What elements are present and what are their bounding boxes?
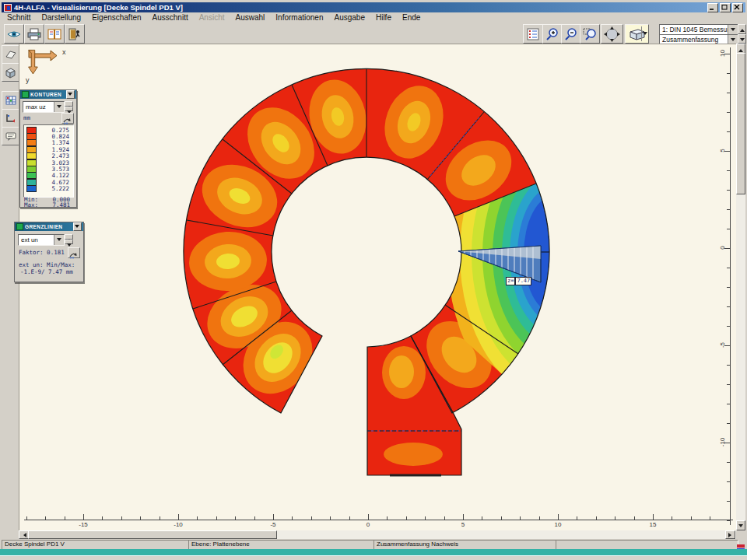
konturen-titlebar[interactable]: KONTUREN [20, 90, 76, 99]
x-tick-label: 0 [366, 521, 370, 528]
x-tick [539, 516, 540, 520]
y-tick-label: -5 [719, 335, 726, 355]
scroll-down-button[interactable] [736, 520, 745, 530]
y-axis-label: y [26, 76, 30, 84]
apply-scale-button[interactable] [61, 113, 74, 124]
x-tick [463, 514, 464, 520]
y-tick [727, 93, 730, 93]
minimize-button[interactable] [707, 3, 718, 12]
scroll-right-button[interactable] [725, 530, 735, 539]
apply-faktor-button[interactable] [68, 247, 80, 258]
horizontal-scrollbar[interactable] [19, 530, 736, 539]
grenzlinien-info2: -1.E-9/ 7.47 mm [20, 268, 73, 275]
menu-item-ausschnitt[interactable]: Ausschnitt [147, 13, 194, 22]
scale-max-value: 7.481 [38, 201, 72, 208]
grenzlinien-combo[interactable]: ext un [18, 234, 65, 246]
panel-menu-button[interactable] [66, 90, 75, 99]
result-spinner[interactable] [738, 24, 746, 44]
marker-value: 7.47 [515, 277, 531, 285]
pan-control[interactable] [601, 24, 623, 44]
eye-icon [6, 28, 22, 40]
view-button[interactable] [4, 24, 24, 44]
menu-bar: SchnittDarstellungEigenschaftenAusschnit… [2, 12, 745, 23]
x-tick [197, 516, 198, 520]
x-tick [83, 514, 84, 520]
vertical-scrollbar[interactable] [736, 44, 745, 530]
x-tick [596, 516, 597, 520]
menu-item-darstellung[interactable]: Darstellung [37, 13, 87, 22]
view-3d-button[interactable] [625, 24, 649, 44]
y-tick [727, 501, 730, 502]
menu-item-auswahl[interactable]: Auswahl [230, 13, 271, 22]
menu-item-schnitt[interactable]: Schnitt [2, 13, 37, 22]
y-tick [727, 209, 730, 210]
menu-item-eigenschaften[interactable]: Eigenschaften [86, 13, 146, 22]
window-title: 4H-ALFA - Visualisierung [Decke Spindel … [14, 3, 183, 12]
y-tick-label: -10 [719, 432, 726, 453]
print-button[interactable] [24, 24, 44, 44]
report-button[interactable] [44, 24, 65, 44]
plate-view-button[interactable] [2, 45, 19, 64]
x-tick-label: 10 [555, 521, 562, 528]
y-tick [727, 306, 730, 307]
taskbar-strip [0, 555, 747, 560]
y-tick-label: 5 [719, 141, 726, 161]
x-tick-label: 5 [461, 521, 465, 528]
konturen-toggle-button[interactable] [2, 91, 19, 110]
close-button[interactable] [732, 3, 743, 12]
visualization-canvas[interactable]: x y -15-10-50510151050-5-10 z= 7.47 [19, 44, 737, 531]
grenzlinien-title: GRENZLINIEN [25, 224, 73, 229]
combo-arrow-icon[interactable] [728, 25, 738, 34]
zoom-in-button[interactable] [542, 24, 563, 44]
scale-swatch [26, 185, 37, 192]
combo-arrow-icon[interactable] [54, 235, 64, 245]
zoom-out-button[interactable] [561, 24, 581, 44]
label-toggle-button[interactable] [2, 127, 19, 145]
zoom-window-button[interactable] [580, 24, 600, 44]
box-3d-view-button[interactable] [2, 63, 19, 82]
grenzlinien-toggle-button[interactable] [2, 109, 19, 128]
grenzlinien-titlebar[interactable]: GRENZLINIEN [15, 222, 83, 231]
grenzlinien-spinner[interactable] [65, 234, 73, 244]
app-icon [4, 4, 12, 12]
menu-item-informationen[interactable]: Informationen [270, 13, 328, 22]
konturen-spinner[interactable] [65, 101, 73, 111]
design-combo[interactable]: 1: DIN 1045 Bemessung [659, 24, 738, 35]
combo-arrow-icon[interactable] [54, 102, 64, 112]
x-tick [26, 516, 27, 520]
konturen-combo[interactable]: max uz [23, 101, 65, 113]
y-tick [727, 112, 730, 113]
panel-menu-button[interactable] [73, 222, 82, 231]
x-tick [558, 514, 559, 520]
protocol-list-icon [525, 28, 541, 40]
x-tick [140, 516, 141, 520]
y-tick [727, 423, 730, 424]
y-tick [727, 384, 730, 385]
zoom-in-icon [545, 27, 560, 40]
x-tick [45, 516, 46, 520]
menu-item-hilfe[interactable]: Hilfe [370, 13, 397, 22]
max-value-marker: z= 7.47 [506, 277, 531, 285]
refresh-arrow-icon [68, 251, 78, 259]
x-tick [160, 516, 160, 520]
horizontal-scroll-thumb[interactable] [28, 530, 277, 539]
vertical-scroll-thumb[interactable] [736, 53, 745, 194]
x-tick [444, 516, 445, 520]
x-tick-label: -5 [270, 521, 275, 528]
konturen-panel[interactable]: KONTUREN max uz mm 0.2750.8241.3741.9242… [19, 89, 77, 208]
x-tick [368, 514, 369, 520]
zoom-out-icon [563, 27, 579, 40]
maximize-button[interactable] [720, 3, 731, 12]
y-tick [727, 229, 730, 229]
exit-button[interactable] [65, 24, 85, 44]
view-3d-dropdown[interactable] [641, 26, 647, 41]
grenzlinien-panel[interactable]: GRENZLINIEN ext un Faktor: 0.181 ext un:… [14, 222, 84, 282]
konturen-title: KONTUREN [30, 92, 66, 97]
x-tick [311, 516, 312, 520]
protocol-button[interactable] [523, 24, 543, 44]
scale-value: 5.222 [37, 185, 73, 192]
x-tick [406, 516, 407, 520]
x-tick-label: -10 [174, 521, 183, 528]
menu-item-ende[interactable]: Ende [397, 13, 426, 22]
menu-item-ausgabe[interactable]: Ausgabe [328, 13, 370, 22]
